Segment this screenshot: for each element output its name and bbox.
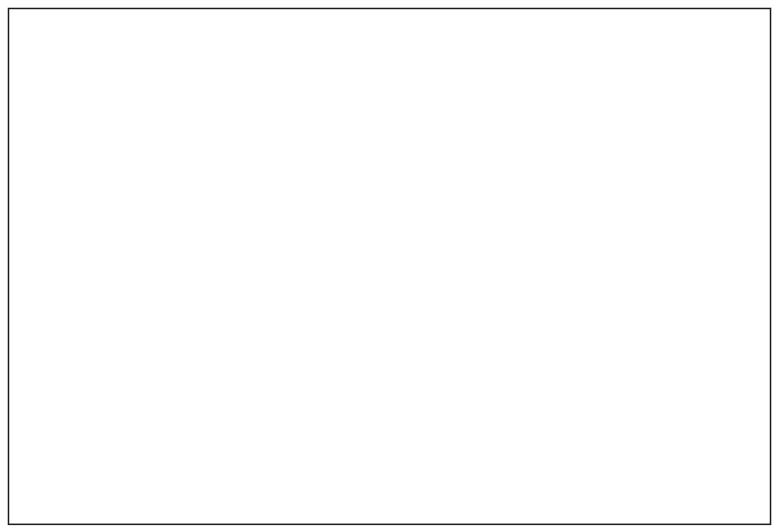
org-chart-container (8, 8, 771, 525)
